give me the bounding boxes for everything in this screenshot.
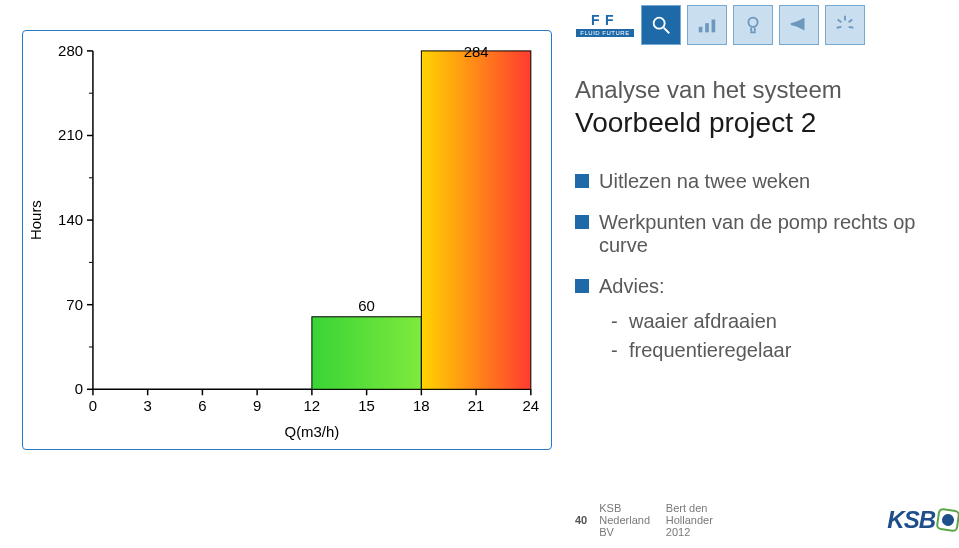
spark-icon: [825, 5, 865, 45]
svg-rect-52: [421, 51, 530, 389]
fluid-future-text: FLUID FUTURE: [576, 29, 633, 37]
fluid-future-logo: FF FLUID FUTURE: [575, 5, 635, 45]
bullet-text: Advies:: [599, 275, 665, 298]
svg-line-1: [664, 28, 670, 34]
footer: 40 KSB Nederland BV Bert den Hollander 2…: [575, 502, 959, 538]
page-number: 40: [575, 514, 587, 526]
bullet-list: Uitlezen na twee weken Werkpunten van de…: [575, 170, 935, 362]
svg-text:6: 6: [198, 397, 206, 414]
svg-text:24: 24: [523, 397, 540, 414]
bullet-square-icon: [575, 279, 589, 293]
title-line-2: Voorbeeld project 2: [575, 105, 935, 140]
svg-text:Hours: Hours: [27, 200, 44, 240]
ksb-badge-icon: [936, 508, 959, 533]
svg-text:70: 70: [66, 296, 83, 313]
svg-text:12: 12: [304, 397, 321, 414]
title-line-1: Analyse van het systeem: [575, 75, 935, 105]
svg-rect-50: [312, 317, 421, 390]
footer-org: KSB Nederland BV: [599, 502, 654, 538]
bullet-text: Werkpunten van de pomp rechts op curve: [599, 211, 935, 257]
sub-bullet-item: -waaier afdraaien: [611, 310, 935, 333]
svg-text:21: 21: [468, 397, 485, 414]
ksb-logo: KSB: [887, 506, 959, 534]
bar-chart: 07014021028003691215182124Q(m3/h)Hours60…: [23, 31, 551, 449]
svg-text:0: 0: [75, 380, 83, 397]
svg-rect-2: [699, 27, 703, 33]
bullet-item: Advies:: [575, 275, 935, 298]
footer-author-year: Bert den Hollander 2012: [666, 502, 736, 538]
svg-text:3: 3: [144, 397, 152, 414]
bars-icon: [687, 5, 727, 45]
svg-text:18: 18: [413, 397, 430, 414]
sub-bullet-text: waaier afdraaien: [629, 310, 777, 332]
text-column: Analyse van het systeem Voorbeeld projec…: [575, 75, 935, 368]
svg-line-12: [837, 27, 842, 28]
svg-rect-3: [705, 23, 709, 32]
bullet-square-icon: [575, 174, 589, 188]
magnifier-icon: [641, 5, 681, 45]
sub-bullet-text: frequentieregelaar: [629, 339, 791, 361]
svg-text:15: 15: [358, 397, 375, 414]
svg-text:60: 60: [358, 297, 375, 314]
bullet-text: Uitlezen na twee weken: [599, 170, 810, 193]
svg-text:0: 0: [89, 397, 97, 414]
megaphone-icon: [779, 5, 819, 45]
svg-line-11: [849, 20, 853, 23]
svg-line-13: [849, 27, 854, 28]
sub-bullet-item: -frequentieregelaar: [611, 339, 935, 362]
lightbulb-icon: [733, 5, 773, 45]
bullet-item: Uitlezen na twee weken: [575, 170, 935, 193]
bullet-item: Werkpunten van de pomp rechts op curve: [575, 211, 935, 257]
chart-frame: 07014021028003691215182124Q(m3/h)Hours60…: [22, 30, 552, 450]
svg-text:280: 280: [58, 42, 83, 59]
svg-text:9: 9: [253, 397, 261, 414]
sub-bullet-list: -waaier afdraaien -frequentieregelaar: [611, 310, 935, 362]
icon-strip: FF FLUID FUTURE: [575, 5, 865, 45]
bullet-square-icon: [575, 215, 589, 229]
svg-rect-4: [712, 20, 716, 33]
svg-text:284: 284: [464, 43, 489, 60]
svg-text:Q(m3/h): Q(m3/h): [285, 423, 340, 440]
svg-line-10: [838, 20, 842, 23]
ksb-logo-text: KSB: [887, 506, 935, 534]
svg-point-5: [748, 18, 757, 27]
svg-text:210: 210: [58, 126, 83, 143]
svg-text:140: 140: [58, 211, 83, 228]
svg-point-0: [654, 18, 665, 29]
